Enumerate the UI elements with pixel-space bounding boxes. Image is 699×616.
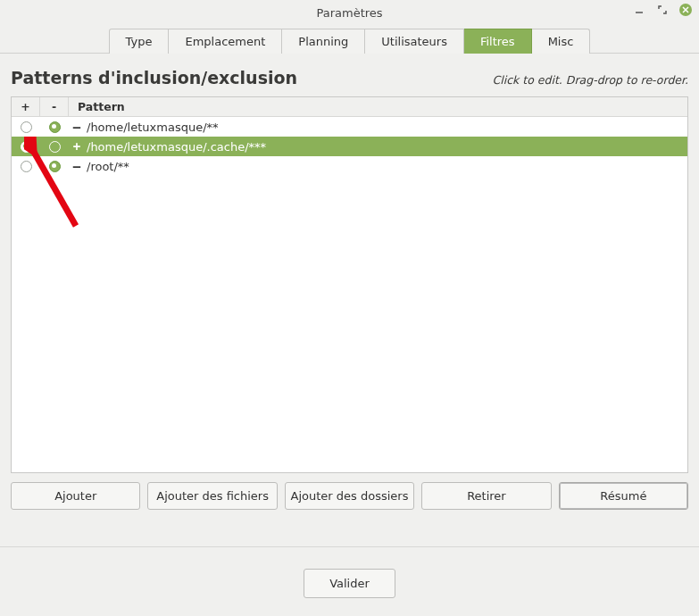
exclude-radio[interactable]	[40, 161, 69, 172]
remove-button[interactable]: Retirer	[421, 482, 551, 510]
page-title: Patterns d'inclusion/exclusion	[11, 68, 297, 87]
add-button[interactable]: Ajouter	[11, 482, 140, 510]
content-area: Patterns d'inclusion/exclusion Click to …	[0, 54, 699, 536]
header-row: Patterns d'inclusion/exclusion Click to …	[11, 68, 688, 87]
window-controls	[633, 4, 692, 16]
tab-bar: Type Emplacement Planning Utilisateurs F…	[0, 25, 699, 54]
validate-button[interactable]: Valider	[304, 569, 395, 598]
exclude-radio[interactable]	[40, 141, 69, 153]
col-header-pattern[interactable]: Pattern	[69, 100, 125, 113]
table-header: + - Pattern	[12, 97, 687, 117]
sign-label: —	[69, 159, 85, 173]
table-row[interactable]: + /home/letuxmasque/.cache/***	[12, 137, 687, 156]
pattern-text[interactable]: /home/letuxmasque/**	[85, 121, 219, 134]
window-title: Paramètres	[316, 6, 382, 20]
maximize-button[interactable]	[656, 4, 669, 16]
col-header-include[interactable]: +	[12, 97, 40, 116]
table-row[interactable]: — /home/letuxmasque/**	[12, 117, 687, 137]
hint-text: Click to edit. Drag-drop to re-order.	[493, 73, 688, 87]
tab-type[interactable]: Type	[109, 29, 170, 54]
add-folders-button[interactable]: Ajouter des dossiers	[285, 482, 414, 510]
tab-filtres[interactable]: Filtres	[464, 29, 532, 54]
pattern-text[interactable]: /root/**	[85, 160, 129, 173]
exclude-radio[interactable]	[40, 121, 69, 133]
include-radio[interactable]	[12, 141, 40, 153]
sign-label: —	[69, 120, 85, 134]
titlebar: Paramètres	[0, 0, 699, 25]
footer: Valider	[0, 546, 699, 616]
tab-emplacement[interactable]: Emplacement	[169, 29, 282, 54]
add-files-button[interactable]: Ajouter des fichiers	[147, 482, 277, 510]
tab-misc[interactable]: Misc	[532, 29, 591, 54]
settings-window: Paramètres Type Emplacement Planning Uti…	[0, 0, 699, 616]
include-radio[interactable]	[12, 161, 40, 172]
col-header-exclude[interactable]: -	[40, 97, 69, 116]
minimize-button[interactable]	[633, 4, 645, 16]
table-row[interactable]: — /root/**	[12, 156, 687, 176]
sign-label: +	[69, 139, 85, 154]
tab-utilisateurs[interactable]: Utilisateurs	[365, 29, 464, 54]
include-radio[interactable]	[12, 121, 40, 133]
summary-button[interactable]: Résumé	[559, 482, 688, 510]
action-buttons: Ajouter Ajouter des fichiers Ajouter des…	[11, 482, 688, 510]
close-button[interactable]	[679, 4, 692, 16]
pattern-text[interactable]: /home/letuxmasque/.cache/***	[85, 140, 266, 154]
patterns-table: + - Pattern — /home/letuxmasque/** + /ho…	[11, 96, 688, 473]
tab-planning[interactable]: Planning	[282, 29, 365, 54]
